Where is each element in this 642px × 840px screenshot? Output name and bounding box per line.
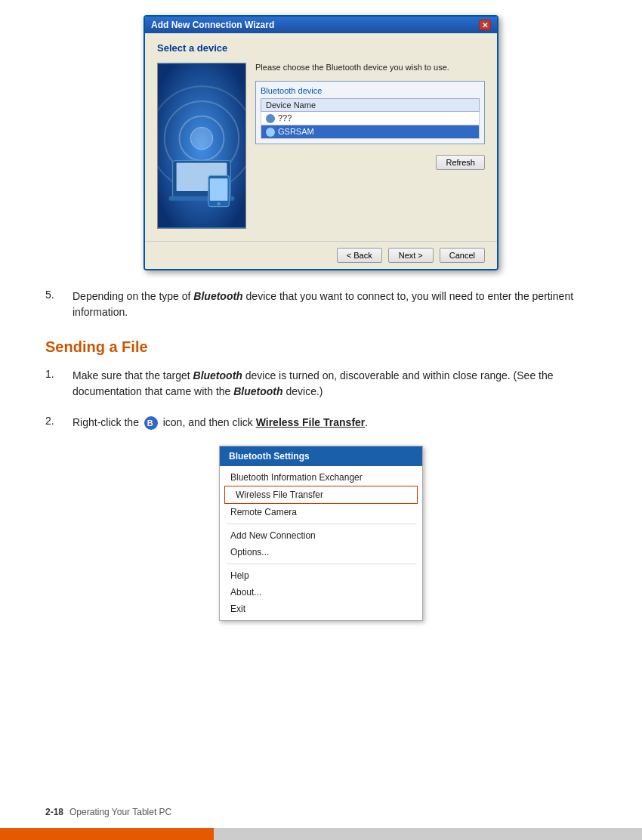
dialog-close-button[interactable]: ✕ <box>479 20 491 30</box>
context-menu-header: Bluetooth Settings <box>220 446 422 466</box>
next-button[interactable]: Next > <box>388 248 434 263</box>
bluetooth-icon <box>144 416 158 430</box>
svg-rect-9 <box>210 178 228 200</box>
device-table-header: Device Name <box>261 99 480 112</box>
bluetooth-device-group: Bluetooth device Device Name <box>255 81 485 144</box>
context-menu-items: Bluetooth Information Exchanger Wireless… <box>220 466 422 620</box>
device-icon-1 <box>266 114 275 123</box>
wireless-file-transfer-link: Wireless File Transfer <box>256 416 366 428</box>
context-menu-dialog: Bluetooth Settings Bluetooth Information… <box>219 446 423 621</box>
dialog-screenshot: Add New Connection Wizard ✕ Select a dev… <box>45 15 597 270</box>
sending-step-1-text: Make sure that the target Bluetooth devi… <box>73 368 597 400</box>
svg-point-10 <box>218 202 221 205</box>
page-content: Add New Connection Wizard ✕ Select a dev… <box>0 0 642 669</box>
refresh-row: Refresh <box>255 155 485 170</box>
dialog-body: Select a device <box>145 33 497 241</box>
device-icon-2 <box>266 128 275 137</box>
dialog-instruction: Please choose the Bluetooth device you w… <box>255 63 485 72</box>
sending-step-1: 1. Make sure that the target Bluetooth d… <box>45 368 597 400</box>
dialog-title-text: Add New Connection Wizard <box>151 20 274 30</box>
menu-item-options[interactable]: Options... <box>220 544 422 561</box>
page-footer: 2-18 Operating Your Tablet PC <box>45 807 171 817</box>
menu-divider-2 <box>226 564 416 564</box>
bottom-bar-orange <box>0 828 214 840</box>
context-menu-screenshot: Bluetooth Settings Bluetooth Information… <box>45 446 597 621</box>
sending-step-1-number: 1. <box>45 368 60 380</box>
dialog-inner: Please choose the Bluetooth device you w… <box>157 63 485 229</box>
device-name-2: GSRSAM <box>261 125 480 139</box>
menu-item-help[interactable]: Help <box>220 567 422 584</box>
step-5-text: Depending on the type of Bluetooth devic… <box>73 289 597 320</box>
menu-item-exchanger[interactable]: Bluetooth Information Exchanger <box>220 469 422 486</box>
bluetooth-italic-1: Bluetooth <box>193 290 242 302</box>
bottom-bar-gray <box>214 828 642 840</box>
dialog-footer: < Back Next > Cancel <box>145 241 497 269</box>
dialog-image <box>157 63 246 229</box>
bluetooth-italic-3: Bluetooth <box>233 385 282 397</box>
device-name-1: ??? <box>261 112 480 125</box>
refresh-button[interactable]: Refresh <box>436 155 485 170</box>
svg-point-4 <box>190 127 212 149</box>
back-button[interactable]: < Back <box>337 248 382 263</box>
step-5-number: 5. <box>45 289 60 301</box>
menu-item-remote-camera[interactable]: Remote Camera <box>220 504 422 520</box>
bottom-bar <box>0 828 642 840</box>
device-row-2[interactable]: GSRSAM <box>261 125 480 139</box>
section-sending-a-file: Sending a File <box>45 338 597 356</box>
step-5: 5. Depending on the type of Bluetooth de… <box>45 289 597 320</box>
page-number: 2-18 <box>45 807 63 817</box>
sending-step-2-number: 2. <box>45 415 60 427</box>
device-row-1[interactable]: ??? <box>261 112 480 125</box>
menu-item-add-connection[interactable]: Add New Connection <box>220 527 422 544</box>
sending-step-2: 2. Right-click the icon, and then click … <box>45 415 597 431</box>
menu-divider-1 <box>226 523 416 524</box>
cancel-button[interactable]: Cancel <box>440 248 485 263</box>
dialog-subtitle: Select a device <box>157 42 485 54</box>
device-table: Device Name ??? <box>261 98 480 139</box>
sending-step-2-text: Right-click the icon, and then click Wir… <box>73 415 368 431</box>
page-footer-label: Operating Your Tablet PC <box>69 807 171 817</box>
bluetooth-device-label: Bluetooth device <box>261 86 480 95</box>
menu-item-about[interactable]: About... <box>220 584 422 601</box>
menu-item-wireless-transfer[interactable]: Wireless File Transfer <box>224 486 418 504</box>
bluetooth-italic-2: Bluetooth <box>193 369 242 381</box>
menu-item-exit[interactable]: Exit <box>220 601 422 617</box>
win-dialog: Add New Connection Wizard ✕ Select a dev… <box>144 15 498 270</box>
titlebar-title: Add New Connection Wizard <box>151 20 274 30</box>
dialog-titlebar: Add New Connection Wizard ✕ <box>145 17 497 33</box>
dialog-right-panel: Please choose the Bluetooth device you w… <box>255 63 485 229</box>
